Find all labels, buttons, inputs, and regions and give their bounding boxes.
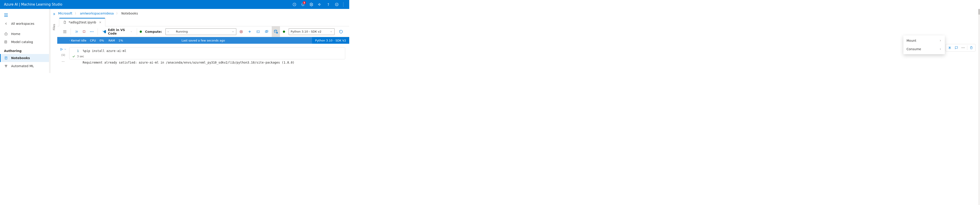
refresh-kernel-icon[interactable]	[337, 28, 345, 35]
recent-icon[interactable]	[291, 0, 298, 9]
settings-gear-icon[interactable]	[308, 0, 315, 9]
svg-point-8	[5, 65, 6, 66]
menu-icon[interactable]	[62, 29, 68, 35]
nav-toggle-button[interactable]	[0, 11, 50, 20]
nav-automated-ml-label: Automated ML	[11, 64, 34, 68]
code-cell[interactable]: 1 %pip install azure-ai-ml 3 sec	[69, 47, 345, 59]
edit-vscode-label: Edit in VS Code	[108, 28, 129, 35]
files-panel-label: Files	[52, 24, 56, 30]
cell-duration: 3 sec	[77, 55, 84, 58]
edit-vscode-button[interactable]: Edit in VS Code	[100, 28, 134, 35]
vscode-icon	[102, 30, 106, 34]
last-saved: Last saved a few seconds ago	[181, 39, 225, 42]
kernel-status: · Kernel idle	[69, 39, 86, 42]
breadcrumb-org[interactable]: Microsoft	[58, 11, 72, 15]
add-compute-icon[interactable]	[246, 28, 253, 35]
svg-point-13	[91, 31, 92, 32]
nav-notebooks-label: Notebooks	[11, 56, 30, 60]
terminal-icon[interactable]	[255, 28, 262, 35]
compute-status-dot	[140, 30, 142, 33]
top-separator	[343, 2, 344, 7]
file-tab[interactable]: *adlsg2test.ipynb	[59, 18, 105, 26]
svg-point-3	[335, 3, 338, 6]
svg-point-14	[93, 31, 93, 32]
cpu-label: CPU	[90, 39, 96, 42]
product-brand: Azure AI | Machine Learning Studio	[4, 2, 62, 6]
cell-output: Requirement already satisfied: azure-ai-…	[69, 59, 345, 64]
stop-compute-icon[interactable]	[238, 28, 245, 35]
nav-automated-ml[interactable]: Automated ML	[0, 62, 50, 70]
help-icon[interactable]	[325, 0, 332, 9]
run-all-icon[interactable]	[73, 29, 80, 35]
breadcrumb: Microsoft 〉 amlworkspacemidesa 〉 Noteboo…	[57, 9, 349, 18]
nav-home-label: Home	[11, 32, 20, 36]
svg-point-9	[6, 65, 7, 66]
svg-rect-7	[5, 57, 7, 59]
all-workspaces-label: All workspaces	[11, 22, 34, 26]
run-cell-menu-icon[interactable]	[64, 48, 67, 51]
svg-point-15	[240, 30, 243, 33]
nav-section-authoring: Authoring	[0, 46, 50, 54]
kernel-status-dot	[283, 30, 285, 33]
svg-point-10	[6, 66, 6, 67]
kernel-select[interactable]: Python 3.10 - SDK v2	[289, 28, 334, 35]
cpu-value: 0%	[99, 39, 104, 42]
line-number: 1	[70, 49, 83, 53]
nav-notebooks[interactable]: Notebooks	[0, 54, 50, 62]
svg-point-2	[328, 5, 328, 6]
ram-label: RAM	[108, 39, 115, 42]
breadcrumb-workspace[interactable]: amlworkspacemidesa	[80, 11, 114, 15]
file-tab-name: *adlsg2test.ipynb	[68, 21, 96, 24]
compute-select[interactable]: - Running	[165, 28, 236, 35]
svg-point-20	[274, 30, 277, 31]
nav-home[interactable]: Home	[0, 30, 50, 38]
svg-point-1	[311, 4, 312, 5]
nav-model-catalog[interactable]: Model catalog	[0, 38, 50, 46]
svg-rect-11	[83, 30, 85, 32]
svg-rect-16	[241, 31, 242, 32]
code-text: %pip install azure-ai-ml	[83, 49, 126, 53]
file-icon	[63, 21, 66, 24]
close-tab-icon[interactable]	[99, 21, 102, 24]
feedback-smile-icon[interactable]	[333, 0, 340, 9]
more-actions-icon[interactable]	[89, 29, 95, 35]
expand-files-button[interactable]	[51, 10, 57, 18]
nav-model-catalog-label: Model catalog	[11, 40, 33, 44]
run-cell-icon[interactable]	[60, 48, 63, 51]
announce-icon[interactable]	[316, 0, 324, 9]
svg-point-12	[90, 31, 91, 32]
breadcrumb-page: Notebooks	[121, 11, 138, 15]
output-menu-icon[interactable]: ⋯	[62, 59, 65, 63]
svg-rect-17	[257, 30, 260, 32]
all-workspaces-link[interactable]: All workspaces	[0, 20, 50, 28]
notification-badge: 3	[303, 1, 306, 4]
execution-count: [1]	[62, 54, 65, 56]
status-kernel-right[interactable]: Python 3.10 - SDK V2	[312, 37, 349, 44]
ram-value: 1%	[118, 39, 123, 42]
kernel-name: Python 3.10 - SDK v2	[291, 30, 321, 33]
compute-label: Compute:	[145, 30, 162, 34]
data-actions-button[interactable]	[272, 26, 280, 37]
notifications-icon[interactable]: 3	[299, 0, 307, 9]
compute-hyphen: -	[167, 30, 169, 33]
compute-state: Running	[176, 30, 188, 33]
stop-icon[interactable]	[81, 29, 87, 35]
app-link-icon[interactable]	[263, 28, 270, 35]
